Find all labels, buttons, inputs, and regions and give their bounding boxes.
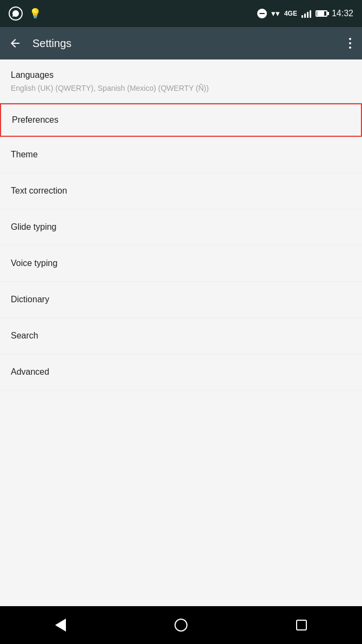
- app-bar: Settings: [0, 27, 362, 59]
- time-display: 14:32: [332, 9, 353, 18]
- search-item[interactable]: Search: [0, 318, 362, 354]
- languages-subtitle: English (UK) (QWERTY), Spanish (Mexico) …: [11, 83, 351, 94]
- text-correction-label: Text correction: [11, 186, 67, 196]
- whatsapp-icon: [9, 6, 23, 21]
- more-options-button[interactable]: [347, 36, 353, 51]
- signal-bars: [301, 9, 311, 18]
- nav-recent-button[interactable]: [285, 614, 318, 636]
- nav-home-button[interactable]: [165, 614, 197, 636]
- nav-recent-icon: [296, 620, 307, 630]
- nav-home-icon: [175, 619, 187, 632]
- app-bar-title: Settings: [32, 37, 347, 50]
- preferences-label: Preferences: [12, 115, 58, 125]
- wifi-icon: ▾▾: [271, 9, 280, 18]
- voice-typing-label: Voice typing: [11, 258, 57, 268]
- nav-back-icon: [55, 619, 66, 632]
- theme-label: Theme: [11, 150, 38, 160]
- dictionary-label: Dictionary: [11, 295, 49, 304]
- nav-back-button[interactable]: [44, 614, 77, 636]
- status-bar-right: ▾▾ 4GE 14:32: [257, 9, 353, 18]
- languages-title: Languages: [11, 70, 351, 80]
- glide-typing-item[interactable]: Glide typing: [0, 209, 362, 245]
- network-label: 4GE: [284, 10, 297, 17]
- glide-typing-label: Glide typing: [11, 222, 57, 232]
- status-bar: 💡 ▾▾ 4GE 14:32: [0, 0, 362, 27]
- preferences-item[interactable]: Preferences: [0, 103, 362, 137]
- no-entry-icon: [257, 9, 267, 18]
- search-label: Search: [11, 331, 38, 341]
- status-bar-left: 💡: [9, 6, 41, 21]
- advanced-item[interactable]: Advanced: [0, 354, 362, 390]
- dictionary-item[interactable]: Dictionary: [0, 282, 362, 318]
- languages-section[interactable]: Languages English (UK) (QWERTY), Spanish…: [0, 59, 362, 103]
- bulb-icon: 💡: [29, 8, 41, 19]
- bottom-nav: [0, 606, 362, 644]
- advanced-label: Advanced: [11, 367, 49, 377]
- battery-icon: [316, 10, 327, 17]
- voice-typing-item[interactable]: Voice typing: [0, 245, 362, 282]
- back-button[interactable]: [9, 37, 22, 50]
- content-area: Languages English (UK) (QWERTY), Spanish…: [0, 59, 362, 606]
- text-correction-item[interactable]: Text correction: [0, 173, 362, 209]
- theme-item[interactable]: Theme: [0, 137, 362, 173]
